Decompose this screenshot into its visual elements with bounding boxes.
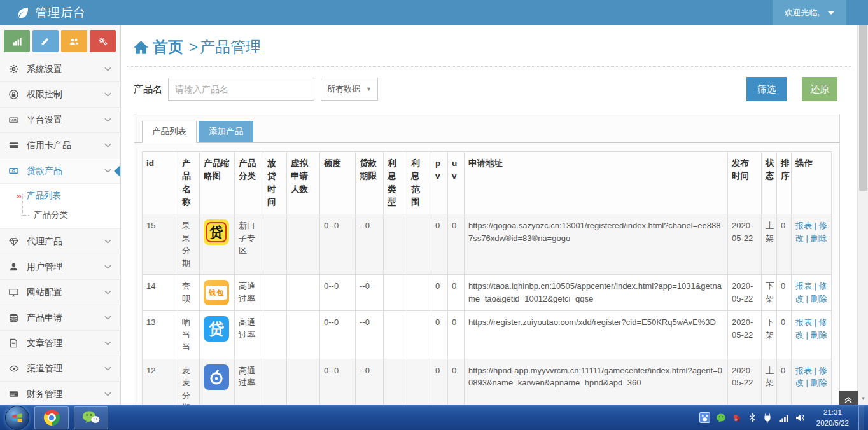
cell-id: 13 xyxy=(143,311,178,359)
cell-loan-time xyxy=(263,214,287,275)
cell-uv: 0 xyxy=(448,214,465,275)
report-link[interactable]: 报表 xyxy=(795,281,812,291)
product-name-label: 产品名 xyxy=(134,83,162,95)
quick-users-button[interactable] xyxy=(61,30,87,52)
sidebar-item-user[interactable]: 用户管理 xyxy=(0,254,120,280)
cell-operations: 报表 | 修改 | 删除 xyxy=(792,275,832,311)
cell-status: 下架 xyxy=(762,275,777,311)
sidebar-subitem[interactable]: »产品列表 xyxy=(0,186,120,205)
cell-quota: 0--0 xyxy=(320,275,356,311)
cell-quota: 0--0 xyxy=(320,311,356,359)
sidebar-item-gear[interactable]: 系统设置 xyxy=(0,57,120,82)
sidebar-item-banknote[interactable]: 贷款产品 xyxy=(0,158,120,184)
page-scrollbar[interactable]: ▲ ▼ xyxy=(857,0,868,405)
report-link[interactable]: 报表 xyxy=(795,366,812,375)
cell-interest-type xyxy=(384,275,407,311)
diamond-icon xyxy=(9,237,20,246)
breadcrumb-home[interactable]: 首页 xyxy=(153,37,183,57)
cell-category: 新口子专区 xyxy=(235,214,263,275)
data-scope-select[interactable]: 所有数据 ▼ xyxy=(321,78,378,101)
wechat-tray-icon[interactable] xyxy=(716,413,726,423)
sidebar-item-label: 财务管理 xyxy=(27,389,62,400)
table-row: 14套呗钱包高通过率0--0--000https://taoa.lqhinbp.… xyxy=(143,275,832,311)
user-welcome-menu[interactable]: 欢迎光临, xyxy=(773,0,846,25)
product-thumbnail: 贷 xyxy=(204,219,229,245)
reset-button[interactable]: 还原 xyxy=(802,77,837,101)
show-desktop-button[interactable] xyxy=(858,405,864,430)
sidebar-item-credit-card[interactable]: 信用卡产品 xyxy=(0,133,120,158)
delete-link[interactable]: 删除 xyxy=(811,378,827,387)
cell-id: 15 xyxy=(143,214,178,275)
cell-uv: 0 xyxy=(448,311,465,359)
scroll-down-arrow[interactable]: ▼ xyxy=(858,393,868,403)
cell-interest-range xyxy=(407,275,431,311)
cell-apply-url: https://taoa.lqhinbp.cn:10505/appcenter/… xyxy=(465,275,728,311)
sidebar-item-keyboard[interactable]: 平台设置 xyxy=(0,108,120,133)
network-tray-icon[interactable] xyxy=(778,413,789,423)
sidebar-item-label: 代理产品 xyxy=(27,236,62,247)
column-header: 排序 xyxy=(777,152,792,214)
baidu-tray-icon[interactable] xyxy=(699,412,710,423)
power-tray-icon[interactable] xyxy=(762,413,773,423)
sidebar-menu: 系统设置权限控制平台设置信用卡产品贷款产品»产品列表产品分类代理产品用户管理网站… xyxy=(0,57,120,407)
users-icon xyxy=(69,36,80,46)
keyboard-icon xyxy=(9,115,20,125)
report-link[interactable]: 报表 xyxy=(795,221,812,230)
sidebar-item-label: 用户管理 xyxy=(27,261,62,273)
select-caret-icon: ▼ xyxy=(366,86,372,92)
column-header: 虚拟申请人数 xyxy=(287,152,320,214)
column-header: 利息范围 xyxy=(407,152,431,214)
delete-link[interactable]: 删除 xyxy=(811,233,827,243)
taskbar-wechat-button[interactable] xyxy=(74,406,108,429)
scrollbar-thumb[interactable] xyxy=(859,13,867,191)
sidebar-subitem-label: 产品分类 xyxy=(34,209,68,221)
security-tray-icon[interactable] xyxy=(732,413,742,423)
cell-interest-range xyxy=(407,214,431,275)
taskbar-browser-button[interactable] xyxy=(34,406,69,429)
bluetooth-tray-icon[interactable] xyxy=(748,413,757,422)
column-header: uv xyxy=(448,152,465,214)
cell-quota: 0--0 xyxy=(320,214,356,275)
chart-icon xyxy=(12,36,22,46)
volume-tray-icon[interactable] xyxy=(795,413,806,423)
sidebar-subitem[interactable]: 产品分类 xyxy=(0,205,120,225)
chevron-down-icon xyxy=(104,67,111,72)
column-header: id xyxy=(143,152,178,214)
tab-product-list[interactable]: 产品列表 xyxy=(142,121,197,143)
start-button[interactable] xyxy=(5,406,29,430)
column-header: 申请地址 xyxy=(465,152,728,214)
sidebar-item-bank-card[interactable]: 财务管理 xyxy=(0,382,120,407)
sidebar-item-label: 系统设置 xyxy=(27,64,62,75)
quick-chart-button[interactable] xyxy=(4,30,30,52)
delete-link[interactable]: 删除 xyxy=(811,330,827,340)
tab-add-product[interactable]: 添加产品 xyxy=(199,121,253,142)
sidebar-item-file[interactable]: 文章管理 xyxy=(0,331,120,356)
quick-cogs-button[interactable] xyxy=(90,30,116,52)
cell-loan-term: --0 xyxy=(356,214,384,275)
filter-toolbar: 产品名 所有数据 ▼ 筛选 还原 xyxy=(134,77,837,101)
admin-page: 管理后台 欢迎光临, 系统设置权限控制平台设置信用卡产品贷款产品»产品列表产品分… xyxy=(0,0,868,430)
cell-pv: 0 xyxy=(431,214,448,275)
delete-link[interactable]: 删除 xyxy=(811,294,827,303)
column-header: 贷款期限 xyxy=(356,152,384,214)
sidebar-item-monitor[interactable]: 网站配置 xyxy=(0,280,120,305)
cell-product-name: 套呗 xyxy=(178,275,200,311)
cell-loan-term: --0 xyxy=(356,275,384,311)
chevron-down-icon xyxy=(104,92,111,97)
sidebar-item-eye[interactable]: 渠道管理 xyxy=(0,356,120,382)
sidebar-item-diamond[interactable]: 代理产品 xyxy=(0,229,120,254)
product-name-input[interactable] xyxy=(168,78,314,101)
cell-pv: 0 xyxy=(431,311,448,359)
breadcrumb-separator: > xyxy=(189,38,198,56)
cell-apply-url: https://gogoa.sazyozc.cn:13001/registere… xyxy=(465,214,728,275)
sidebar-item-database[interactable]: 产品申请 xyxy=(0,305,120,331)
report-link[interactable]: 报表 xyxy=(795,317,812,327)
taskbar-clock[interactable]: 21:31 2020/5/22 xyxy=(816,407,849,428)
filter-button[interactable]: 筛选 xyxy=(746,77,787,101)
monitor-icon xyxy=(9,288,20,297)
cell-sort: 0 xyxy=(777,214,792,275)
tree-connector xyxy=(22,215,29,216)
sidebar-item-lock[interactable]: 权限控制 xyxy=(0,82,120,108)
quick-pencil-button[interactable] xyxy=(32,30,59,52)
cell-category: 高通过率 xyxy=(235,311,263,359)
